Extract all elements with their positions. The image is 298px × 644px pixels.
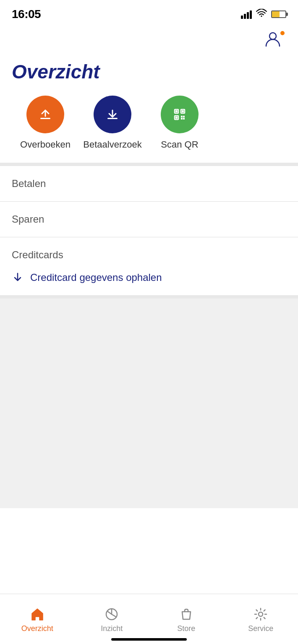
svg-rect-7 xyxy=(182,110,184,112)
scan-qr-button[interactable]: Scan QR xyxy=(146,96,213,150)
tab-bar: Overzicht Inzicht Store xyxy=(0,594,298,644)
page-title: Overzicht xyxy=(0,52,298,87)
wifi-icon xyxy=(256,9,267,20)
svg-rect-9 xyxy=(175,117,178,119)
section-divider-1 xyxy=(0,163,298,166)
pie-chart-icon xyxy=(104,607,119,622)
status-bar: 16:05 xyxy=(0,0,298,25)
scan-qr-circle xyxy=(161,96,199,133)
battery-icon xyxy=(271,10,286,18)
overboeken-circle xyxy=(26,96,64,133)
status-time: 16:05 xyxy=(12,8,41,21)
tab-store-label: Store xyxy=(177,624,195,633)
gear-icon xyxy=(253,607,268,622)
signal-icon xyxy=(241,10,252,19)
shopping-bag-icon xyxy=(179,607,194,622)
qr-icon xyxy=(170,105,189,124)
notification-dot xyxy=(280,30,285,36)
tab-store[interactable]: Store xyxy=(149,607,224,633)
home-indicator xyxy=(111,638,187,641)
svg-rect-3 xyxy=(107,118,118,119)
content-area xyxy=(0,299,298,508)
betaalverzoek-button[interactable]: Betaalverzoek xyxy=(79,96,146,150)
svg-rect-11 xyxy=(183,116,185,117)
page-spacer xyxy=(0,508,298,558)
betalen-menu-item[interactable]: Betalen xyxy=(0,166,298,202)
betaalverzoek-circle xyxy=(94,96,131,133)
betaalverzoek-label: Betaalverzoek xyxy=(83,139,141,150)
status-icons xyxy=(241,9,286,20)
creditcards-header: Creditcards xyxy=(0,237,298,267)
profile-area xyxy=(0,25,298,52)
overboeken-button[interactable]: Overboeken xyxy=(12,96,79,150)
download-arrow-icon xyxy=(12,272,24,283)
svg-point-0 xyxy=(261,16,262,17)
svg-rect-10 xyxy=(181,116,183,117)
svg-rect-5 xyxy=(175,110,178,112)
home-icon xyxy=(30,607,45,622)
svg-point-15 xyxy=(259,612,263,616)
creditcard-refresh-label: Creditcard gegevens ophalen xyxy=(30,272,162,283)
quick-actions: Overboeken Betaalverzoek xyxy=(0,87,298,163)
svg-point-1 xyxy=(269,33,276,39)
upload-icon xyxy=(36,105,55,124)
creditcards-section: Creditcards Creditcard gegevens ophalen xyxy=(0,237,298,295)
profile-button[interactable] xyxy=(264,29,286,52)
svg-rect-2 xyxy=(40,118,50,119)
section-divider-2 xyxy=(0,295,298,299)
tab-inzicht[interactable]: Inzicht xyxy=(75,607,149,633)
overboeken-label: Overboeken xyxy=(20,139,71,150)
tab-service[interactable]: Service xyxy=(224,607,298,633)
tab-overzicht[interactable]: Overzicht xyxy=(0,607,75,633)
creditcard-refresh-button[interactable]: Creditcard gegevens ophalen xyxy=(0,267,298,295)
download-icon xyxy=(103,105,122,124)
tab-service-label: Service xyxy=(248,624,273,633)
tab-inzicht-label: Inzicht xyxy=(101,624,123,633)
svg-rect-13 xyxy=(183,118,185,119)
scan-qr-label: Scan QR xyxy=(161,139,198,150)
tab-overzicht-label: Overzicht xyxy=(21,624,53,633)
svg-rect-12 xyxy=(181,118,183,119)
sparen-menu-item[interactable]: Sparen xyxy=(0,202,298,237)
